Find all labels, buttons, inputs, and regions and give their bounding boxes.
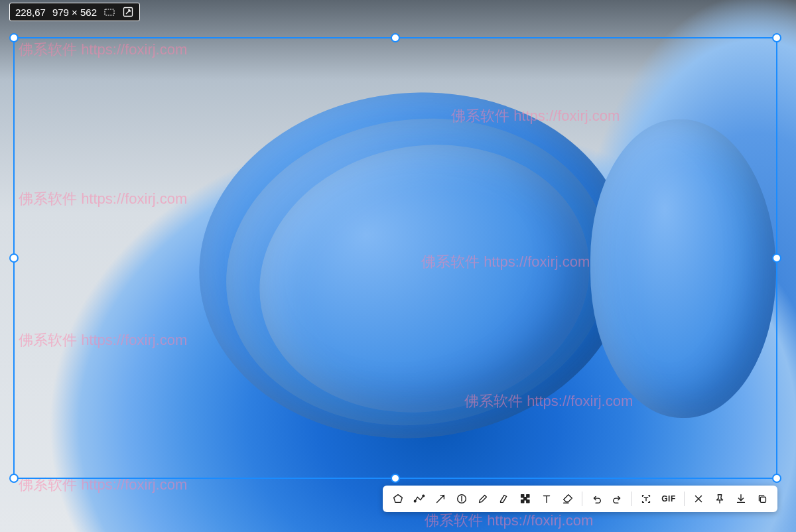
toolbar-separator <box>582 492 582 506</box>
resize-handle-n[interactable] <box>391 33 400 42</box>
eraser-tool-button[interactable] <box>558 490 578 508</box>
fullscreen-icon[interactable] <box>122 6 134 18</box>
counter-tool-button[interactable] <box>452 490 472 508</box>
arrow-tool-button[interactable] <box>431 490 450 508</box>
resize-handle-s[interactable] <box>391 474 400 483</box>
aspect-lock-icon[interactable] <box>103 6 115 18</box>
selection-info-bar: 228,67 979 × 562 <box>9 3 140 21</box>
cursor-coordinates: 228,67 <box>15 7 46 18</box>
polyline-tool-button[interactable] <box>409 490 429 508</box>
selection-dimensions: 979 × 562 <box>52 7 97 18</box>
resize-handle-nw[interactable] <box>9 33 19 42</box>
resize-handle-sw[interactable] <box>9 474 19 483</box>
gif-record-button[interactable]: GIF <box>657 490 680 508</box>
pencil-tool-button[interactable] <box>473 490 493 508</box>
svg-rect-5 <box>521 495 524 498</box>
shape-tool-button[interactable] <box>388 490 408 508</box>
toolbar-separator <box>631 492 632 506</box>
svg-rect-0 <box>105 9 114 15</box>
highlighter-tool-button[interactable] <box>494 490 514 508</box>
capture-selection[interactable] <box>13 37 777 479</box>
annotation-toolbar: GIF <box>383 486 777 512</box>
svg-rect-6 <box>527 495 529 498</box>
pin-button[interactable] <box>710 490 730 508</box>
svg-rect-10 <box>760 497 765 502</box>
resize-handle-se[interactable] <box>772 474 781 483</box>
svg-point-3 <box>423 495 425 497</box>
resize-handle-ne[interactable] <box>772 33 781 42</box>
copy-button[interactable] <box>752 490 772 508</box>
svg-rect-9 <box>527 500 529 503</box>
svg-point-2 <box>414 500 416 502</box>
mosaic-tool-button[interactable] <box>515 490 535 508</box>
cancel-button[interactable] <box>689 490 708 508</box>
svg-rect-8 <box>521 500 524 503</box>
redo-button[interactable] <box>608 490 628 508</box>
resize-handle-e[interactable] <box>772 253 781 263</box>
resize-handle-w[interactable] <box>9 253 19 263</box>
svg-rect-7 <box>524 498 527 500</box>
undo-button[interactable] <box>586 490 606 508</box>
toolbar-separator <box>684 492 685 506</box>
save-button[interactable] <box>731 490 751 508</box>
text-tool-button[interactable] <box>537 490 557 508</box>
ocr-button[interactable] <box>636 490 656 508</box>
